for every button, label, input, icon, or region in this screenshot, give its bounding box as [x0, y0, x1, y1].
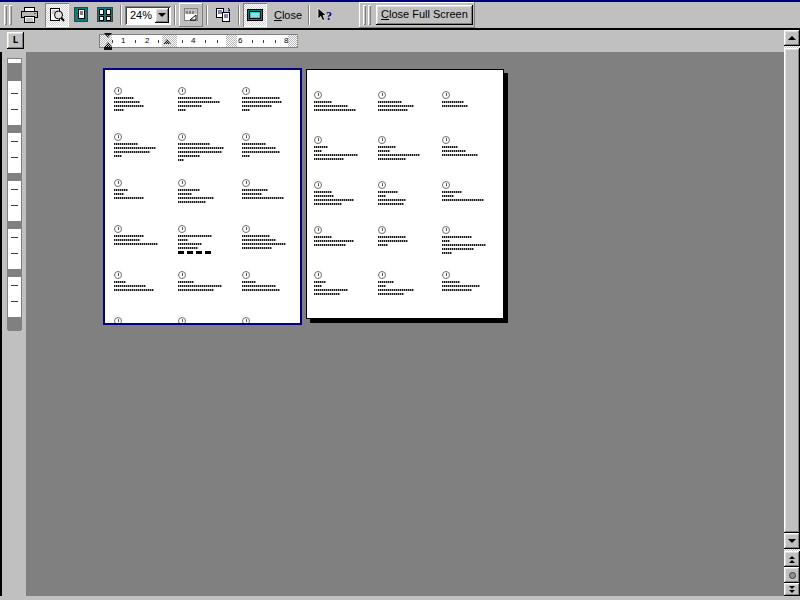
greeked-text-line [378, 244, 388, 246]
toolbar-grip[interactable] [9, 5, 12, 25]
greeked-text-line [442, 101, 464, 103]
close-full-screen-button[interactable]: Close Full Screen [376, 5, 473, 25]
greeked-text-line [114, 285, 146, 287]
ruler-tick [11, 189, 18, 190]
greeked-text-line [378, 203, 404, 205]
greeked-text-line [314, 244, 346, 246]
one-page-button[interactable] [69, 3, 93, 27]
greeked-text-line [178, 143, 210, 145]
ruler-margin-hatch [226, 35, 237, 47]
print-preview-toolbar: 24% [0, 2, 800, 28]
greeked-text-line [178, 155, 200, 157]
greeked-text-line [442, 244, 486, 246]
next-page-button[interactable] [784, 583, 800, 596]
toolbar-grip[interactable] [368, 5, 371, 25]
ruler-tick [182, 40, 183, 43]
printer-icon [21, 7, 38, 23]
view-ruler-icon [183, 7, 199, 23]
label-bullet-icon [442, 181, 450, 189]
scrollbar-thumb[interactable] [784, 48, 800, 533]
label-bullet-icon [314, 91, 322, 99]
greeked-text-line [242, 143, 266, 145]
ruler-tick [252, 40, 253, 43]
help-arrow-icon: ? [316, 8, 334, 23]
label-bullet-icon [242, 87, 250, 95]
browse-object-button[interactable] [784, 567, 800, 583]
vertical-ruler-row-block [8, 173, 21, 181]
view-ruler-button[interactable] [179, 3, 203, 27]
scroll-up-button[interactable] [784, 30, 800, 46]
greeked-text-line [378, 285, 386, 287]
greeked-text-line [114, 239, 140, 241]
greeked-text-line [378, 195, 386, 197]
label-bullet-icon [378, 91, 386, 99]
page-1[interactable] [103, 68, 302, 325]
greeked-text-line [314, 191, 332, 193]
greeked-text-line [314, 203, 342, 205]
label-bullet-icon [442, 91, 450, 99]
greeked-text-line [242, 101, 282, 103]
print-button[interactable] [17, 3, 41, 27]
ruler-number: 4 [191, 36, 195, 46]
greeked-text-line [114, 101, 140, 103]
label-bullet-icon [378, 226, 386, 234]
toolbar-separator [308, 5, 310, 25]
ruler-tick [205, 40, 206, 43]
greeked-text-line [242, 243, 286, 245]
label-cell [242, 271, 300, 291]
ruler-margin-hatch [288, 35, 299, 47]
zoom-combobox[interactable]: 24% [125, 6, 171, 25]
ruler-number: 6 [238, 36, 242, 46]
label-cell [114, 133, 172, 157]
left-indent-marker[interactable] [104, 47, 112, 50]
page-2[interactable] [306, 69, 504, 319]
tab-selector-button[interactable]: L [7, 32, 24, 49]
greeked-text-line [178, 151, 222, 153]
greeked-text-line [314, 154, 358, 156]
label-cell [442, 271, 500, 291]
greeked-text-line [242, 247, 272, 249]
toolbar-grip[interactable] [4, 5, 7, 25]
magnifier-button[interactable] [45, 3, 69, 27]
zoom-dropdown-button[interactable] [155, 8, 169, 23]
label-cell [442, 136, 500, 156]
label-cell [314, 271, 372, 295]
label-cell [378, 136, 436, 160]
multiple-pages-icon [97, 7, 113, 23]
shrink-to-fit-icon [215, 7, 231, 23]
label-cell [242, 225, 300, 249]
label-bullet-icon [314, 136, 322, 144]
label-bullet-icon [378, 181, 386, 189]
close-preview-button[interactable]: Close [271, 3, 305, 27]
vertical-scrollbar[interactable] [784, 30, 800, 596]
previous-page-button[interactable] [784, 551, 800, 567]
print-preview-window: 24% [0, 0, 800, 600]
label-cell [242, 87, 300, 111]
ruler-tick [11, 157, 18, 158]
full-screen-button[interactable] [243, 3, 267, 27]
magnifier-icon [49, 7, 65, 23]
greeked-text-line [114, 109, 124, 111]
vertical-ruler [7, 58, 22, 330]
label-bullet-icon [314, 226, 322, 234]
label-bullet-icon [178, 179, 186, 187]
greeked-text-line [114, 143, 138, 145]
full-screen-icon [247, 8, 263, 22]
label-cell [314, 226, 372, 246]
label-cell [378, 271, 436, 295]
greeked-text-line [114, 151, 150, 153]
shrink-to-fit-button[interactable] [211, 3, 235, 27]
greeked-text-line [178, 285, 222, 287]
ruler-margin-hatch [100, 35, 112, 47]
context-help-button[interactable]: ? [313, 3, 337, 27]
multiple-pages-button[interactable] [93, 3, 117, 27]
label-cell [314, 181, 372, 205]
greeked-text-line [114, 289, 154, 291]
vertical-ruler-row-block [8, 221, 21, 229]
greeked-text-line [242, 239, 276, 241]
toolbar-grip[interactable] [363, 5, 366, 25]
label-cell [378, 226, 436, 246]
full-screen-toolbar: Close Full Screen [359, 2, 475, 28]
scroll-down-button[interactable] [784, 533, 800, 549]
label-cell [314, 91, 372, 111]
